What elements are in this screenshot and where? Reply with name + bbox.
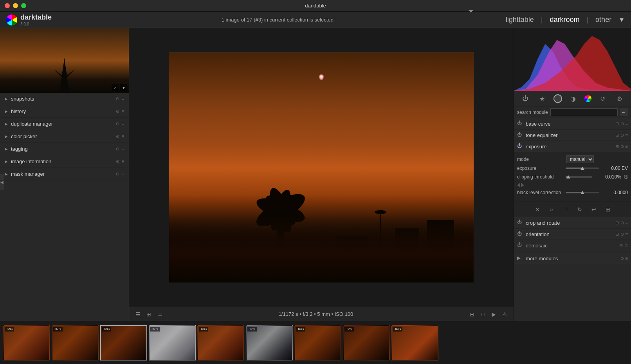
orientation-reset-icon[interactable]: ⊙ (620, 232, 624, 237)
thumb-expand-button[interactable]: ⤢ (112, 84, 119, 91)
color-grid-icon[interactable]: ⊞ (468, 310, 476, 318)
refresh-icon[interactable]: ↺ (597, 93, 608, 104)
crop-rotate-power-icon[interactable]: ⏻ (517, 220, 523, 226)
exposure-tb-square-icon[interactable]: □ (561, 204, 571, 214)
duplicate-menu-icon[interactable]: ≡ (122, 121, 124, 126)
gear-icon[interactable]: ⚙ (614, 93, 625, 104)
nav-dropdown[interactable]: ▼ (618, 16, 625, 23)
history-reset-icon[interactable]: ⊙ (116, 109, 119, 114)
clipping-link-icon[interactable]: ⛓ (624, 175, 628, 179)
filmstrip-item-4[interactable]: JPG (149, 325, 196, 360)
exposure-menu-icon[interactable]: ≡ (626, 144, 628, 149)
exposure-tb-rotate-icon[interactable]: ↻ (575, 204, 585, 214)
more-modules-menu-icon[interactable]: ≡ (626, 256, 628, 261)
filmstrip-item-3[interactable]: JPG (100, 325, 147, 360)
exposure-tb-grid-icon[interactable]: ⊞ (603, 204, 613, 214)
crop-rotate-copy-icon[interactable]: ⊞ (615, 220, 619, 225)
tone-eq-menu-icon[interactable]: ≡ (626, 133, 628, 138)
tagging-menu-icon[interactable]: ≡ (122, 146, 124, 151)
base-curve-reset-icon[interactable]: ⊙ (620, 121, 624, 126)
color-circle-icon[interactable] (584, 95, 591, 102)
crop-rotate-menu-icon[interactable]: ≡ (626, 220, 628, 225)
module-orientation[interactable]: ⏻ orientation ⊞ ⊙ ≡ (514, 229, 631, 240)
base-curve-icons: ⊞ ⊙ ≡ (615, 121, 628, 126)
exposure-tb-close-icon[interactable]: ✕ (532, 204, 543, 214)
sidebar-item-image-information[interactable]: ▶ image information ⊙ ≡ (0, 155, 129, 168)
title-dropdown-arrow[interactable] (469, 10, 473, 13)
color-picker-reset-icon[interactable]: ⊙ (116, 134, 119, 139)
exposure-tb-circle-icon[interactable]: ○ (546, 204, 557, 214)
snapshots-menu-icon[interactable]: ≡ (122, 96, 124, 101)
sidebar-item-snapshots[interactable]: ▶ snapshots ⊙ ≡ (0, 93, 129, 105)
nav-darkroom[interactable]: darkroom (547, 14, 582, 25)
module-crop-rotate[interactable]: ⏻ crop and rotate ⊞ ⊙ ≡ (514, 217, 631, 229)
star-icon[interactable]: ★ (537, 93, 548, 104)
sidebar-item-history[interactable]: ▶ history ⊙ ≡ (0, 105, 129, 118)
display-icon[interactable]: ▭ (156, 310, 164, 318)
menu-icon[interactable]: ☰ (134, 310, 142, 318)
nav-other[interactable]: other (593, 14, 614, 25)
sidebar-item-mask-manager[interactable]: ▶ mask manager ⊙ ≡ (0, 168, 129, 180)
minimize-button[interactable] (13, 3, 18, 8)
base-curve-copy-icon[interactable]: ⊞ (615, 121, 619, 126)
more-modules-section[interactable]: ▶ more modules ⊙ ≡ (514, 253, 631, 264)
filmstrip-item-7[interactable]: JPG (294, 325, 341, 360)
tone-eq-reset-icon[interactable]: ⊙ (620, 133, 624, 138)
clipping-slider-track[interactable] (566, 176, 592, 178)
demosaic-power-icon[interactable]: ⏻ (517, 242, 523, 249)
snapshots-reset-icon[interactable]: ⊙ (116, 96, 119, 101)
base-curve-power-icon[interactable]: ⏻ (517, 121, 523, 127)
black-level-track[interactable] (566, 192, 599, 193)
more-modules-reset-icon[interactable]: ⊙ (620, 256, 624, 261)
orientation-power-icon[interactable]: ⏻ (517, 231, 523, 237)
half-circle-icon[interactable]: ◑ (568, 93, 579, 104)
filmstrip-item-8[interactable]: JPG (343, 325, 390, 360)
copy-icon[interactable]: ⊞ (145, 310, 153, 318)
module-exposure-header[interactable]: ⏻ exposure ⊞ ⊙ ≡ (514, 141, 631, 152)
exposure-slider-track[interactable] (566, 168, 599, 169)
nav-lighttable[interactable]: lighttable (503, 14, 536, 25)
filmstrip-item-5[interactable]: JPG (197, 325, 244, 360)
mode-select[interactable]: manual (566, 155, 594, 163)
crop-rotate-reset-icon[interactable]: ⊙ (620, 220, 624, 225)
filmstrip-item-9[interactable]: JPG (391, 325, 438, 360)
close-button[interactable] (5, 3, 10, 8)
power-icon[interactable]: ⏻ (520, 93, 531, 104)
tone-eq-copy-icon[interactable]: ⊞ (615, 133, 619, 138)
search-module-input[interactable] (550, 108, 618, 116)
tone-eq-power-icon[interactable]: ⏻ (517, 132, 523, 138)
exposure-power-icon[interactable]: ⏻ (517, 143, 523, 150)
demosaic-reset-icon[interactable]: ⊙ (624, 243, 628, 248)
color-picker-menu-icon[interactable]: ≡ (122, 134, 124, 139)
duplicate-reset-icon[interactable]: ⊙ (116, 121, 119, 126)
image-info-menu-icon[interactable]: ≡ (122, 159, 124, 164)
thumb-menu-button[interactable]: ▼ (120, 84, 127, 91)
filmstrip-item-2[interactable]: JPG (52, 325, 99, 360)
filmstrip-item-1[interactable]: JPG (3, 325, 50, 360)
soft-proof-icon[interactable]: □ (479, 310, 487, 318)
sidebar-item-color-picker[interactable]: ▶ color picker ⊙ ≡ (0, 130, 129, 143)
history-menu-icon[interactable]: ≡ (122, 109, 124, 114)
orientation-copy-icon[interactable]: ⊞ (615, 232, 619, 237)
module-demosaic[interactable]: ⏻ demosaic ⊞ ⊙ (514, 240, 631, 251)
orientation-menu-icon[interactable]: ≡ (626, 232, 628, 237)
search-module-button[interactable]: ↵ (620, 108, 628, 116)
maximize-button[interactable] (21, 3, 26, 8)
exposure-reset-icon[interactable]: ⊙ (620, 144, 624, 149)
sidebar-item-tagging[interactable]: ▶ tagging ⊙ ≡ (0, 143, 129, 155)
exposure-copy-icon[interactable]: ⊞ (615, 144, 619, 149)
warning-icon[interactable]: ⚠ (501, 310, 509, 318)
exposure-tb-undo-icon[interactable]: ↩ (589, 204, 599, 214)
module-tone-equalizer[interactable]: ⏻ tone equalizer ⊞ ⊙ ≡ (514, 130, 631, 141)
filmstrip-item-6[interactable]: JPG (246, 325, 293, 360)
sidebar-item-duplicate-manager[interactable]: ▶ duplicate manager ⊙ ≡ (0, 118, 129, 130)
circle-white-icon[interactable] (553, 94, 562, 103)
mask-manager-menu-icon[interactable]: ≡ (122, 171, 124, 177)
image-info-reset-icon[interactable]: ⊙ (116, 159, 119, 164)
play-icon[interactable]: ▶ (490, 310, 498, 318)
demosaic-copy-icon[interactable]: ⊞ (619, 243, 623, 248)
module-base-curve[interactable]: ⏻ base curve ⊞ ⊙ ≡ (514, 118, 631, 130)
mask-manager-reset-icon[interactable]: ⊙ (116, 171, 119, 177)
tagging-reset-icon[interactable]: ⊙ (116, 146, 119, 151)
base-curve-menu-icon[interactable]: ≡ (626, 121, 628, 126)
